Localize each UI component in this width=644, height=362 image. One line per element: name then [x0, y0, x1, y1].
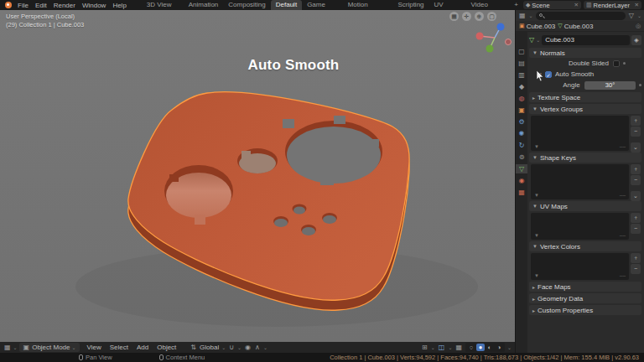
datablock-dropdown-icon[interactable]: ⌄ [536, 37, 540, 43]
view-layer-selector[interactable]: ▥ RenderLayer ✕ [584, 1, 641, 9]
zoom-view-icon[interactable]: ⊕ [475, 12, 484, 21]
shape-key-specials-icon[interactable]: ⌄ [631, 191, 641, 201]
section-geometry-data[interactable]: ▸ Geometry Data [529, 293, 641, 303]
tab-compositing[interactable]: Compositing [223, 0, 270, 10]
shape-key-add-button[interactable]: ＋ [631, 164, 641, 174]
tab-output-icon[interactable]: ▤ [516, 59, 527, 68]
tab-physics-icon[interactable]: ↻ [516, 141, 527, 150]
axis-x-handle[interactable] [476, 33, 484, 40]
tab-world-icon[interactable]: ◍ [516, 94, 527, 103]
shading-material-icon[interactable]: ◐ [486, 344, 494, 351]
section-custom-properties[interactable]: ▸ Custom Properties [529, 305, 641, 315]
shading-wireframe-icon[interactable]: ○ [467, 344, 475, 351]
uv-maps-list[interactable]: ▼ ┄┄ [531, 213, 629, 240]
menu-add[interactable]: Add [133, 344, 152, 351]
navigation-gizmo[interactable] [476, 23, 512, 53]
section-normals[interactable]: ▼ Normals [529, 48, 641, 58]
vertex-colors-grip-icon[interactable]: ┄┄ [620, 273, 626, 279]
uv-maps-grip-icon[interactable]: ┄┄ [620, 233, 626, 239]
mode-selector[interactable]: ▣ Object Mode ⌄ [19, 343, 80, 352]
menu-view[interactable]: View [84, 344, 105, 351]
breadcrumb-mesh[interactable]: ▽ Cube.003 [558, 23, 593, 30]
uv-maps-filter-icon[interactable]: ▼ [534, 233, 539, 238]
auto-smooth-checkbox[interactable]: ✓ [545, 71, 552, 78]
tab-particles-icon[interactable]: ✺ [516, 129, 527, 138]
axis-neg-x-handle[interactable] [506, 39, 512, 45]
tab-texture-icon[interactable]: ▦ [516, 188, 527, 197]
tab-object-icon[interactable]: ▣ [516, 106, 527, 115]
blender-logo-icon[interactable] [5, 2, 12, 8]
section-vertex-colors[interactable]: ▼ Vertex Colors [529, 241, 641, 251]
uv-map-remove-button[interactable]: − [631, 224, 641, 234]
snap-magnet-icon[interactable]: ∪ [228, 344, 235, 351]
tab-scripting[interactable]: Scripting [392, 0, 428, 10]
tab-render-icon[interactable]: ▢ [516, 47, 527, 56]
shape-key-remove-button[interactable]: − [631, 175, 641, 185]
shape-keys-list[interactable]: ▼ ┄┄ [531, 164, 629, 199]
section-texture-space[interactable]: ▸ Texture Space [529, 92, 641, 102]
tab-game-logic[interactable]: Game Logic [302, 0, 343, 10]
menu-render[interactable]: Render [50, 2, 79, 9]
snap-dropdown-icon[interactable]: ⌄ [237, 344, 242, 350]
vertex-colors-list[interactable]: ▼ ┄┄ [531, 253, 629, 280]
menu-window[interactable]: Window [79, 2, 109, 9]
filter-icon[interactable]: ▽ [628, 12, 635, 19]
proportional-edit-icon[interactable]: ◉ [244, 344, 252, 351]
menu-file[interactable]: File [14, 2, 32, 9]
filter-dropdown-icon[interactable]: ⌄ [637, 13, 641, 18]
tab-view-layer-icon[interactable]: ▥ [516, 70, 527, 80]
camera-view-icon[interactable]: ▢ [487, 12, 496, 21]
section-vertex-groups[interactable]: ▼ Vertex Groups [529, 104, 641, 114]
tab-3d-view-full[interactable]: 3D View Full [142, 0, 184, 10]
tab-scene-icon[interactable]: ◆ [516, 82, 527, 91]
tab-motion-tracking[interactable]: Motion Tracking [343, 0, 393, 10]
tab-animation[interactable]: Animation [184, 0, 224, 10]
orientation-label[interactable]: Global [200, 344, 219, 351]
section-shape-keys[interactable]: ▼ Shape Keys [529, 153, 641, 163]
menu-help[interactable]: Help [109, 2, 129, 9]
tab-constraints-icon[interactable]: ⊚ [516, 153, 527, 162]
angle-slider[interactable]: 30° [584, 81, 636, 90]
vertex-group-remove-button[interactable]: − [631, 127, 641, 137]
vertex-groups-filter-icon[interactable]: ▼ [534, 144, 539, 149]
shading-solid-icon[interactable]: ● [476, 344, 485, 351]
tab-default[interactable]: Default [271, 0, 302, 10]
grid-toggle-icon[interactable]: ▦ [449, 12, 459, 21]
scene-selector[interactable]: ◆ Scene ✕ [523, 1, 581, 9]
fake-user-shield-icon[interactable]: ◈ [631, 35, 641, 45]
show-gizmo-icon[interactable]: ⊞ [421, 344, 428, 351]
tab-material-icon[interactable]: ◉ [516, 176, 527, 185]
add-workspace-button[interactable]: + [509, 0, 523, 10]
tab-modifiers-icon[interactable]: ⚙ [516, 117, 527, 127]
vertex-color-add-button[interactable]: ＋ [631, 253, 641, 263]
falloff-dropdown-icon[interactable]: ⌄ [263, 344, 267, 350]
shading-dropdown-icon[interactable]: ⌄ [507, 344, 512, 350]
vertex-group-specials-icon[interactable]: ⌄ [631, 142, 641, 153]
menu-select[interactable]: Select [106, 344, 132, 351]
falloff-icon[interactable]: ∧ [254, 344, 261, 351]
xray-toggle-icon[interactable]: ▦ [454, 344, 463, 351]
mesh-name-input[interactable]: Cube.003 [542, 35, 630, 45]
properties-editor-icon[interactable]: ▦ [518, 12, 527, 19]
section-face-maps[interactable]: ▸ Face Maps [529, 282, 641, 292]
view-layer-unlink-icon[interactable]: ✕ [635, 2, 639, 8]
shading-rendered-icon[interactable]: ◑ [495, 344, 503, 351]
decorator-dot[interactable] [623, 62, 626, 65]
properties-search-input[interactable] [536, 12, 626, 20]
vertex-groups-list[interactable]: ▼ ┄┄ [531, 116, 629, 151]
show-overlays-icon[interactable]: ◫ [438, 344, 446, 351]
scene-unlink-icon[interactable]: ✕ [574, 2, 579, 8]
axis-y-handle[interactable] [486, 45, 494, 53]
section-uv-maps[interactable]: ▼ UV Maps [529, 201, 641, 211]
3d-viewport[interactable]: User Perspective (Local) (29) Collection… [0, 10, 515, 342]
shape-keys-filter-icon[interactable]: ▼ [534, 193, 539, 198]
editor-type-icon[interactable]: ▦ [3, 344, 12, 351]
vertex-group-add-button[interactable]: ＋ [631, 116, 641, 126]
overlays-dropdown-icon[interactable]: ⌄ [448, 344, 452, 350]
angle-decorator-dot[interactable] [639, 84, 641, 86]
tab-object-data-icon[interactable]: ▽ [516, 164, 527, 173]
properties-editor-dropdown-icon[interactable]: ⌄ [529, 13, 533, 18]
axis-z-handle[interactable] [497, 23, 505, 31]
tab-video-editing[interactable]: Video Editing [466, 0, 510, 10]
pin-icon[interactable]: ◎ [636, 23, 641, 29]
